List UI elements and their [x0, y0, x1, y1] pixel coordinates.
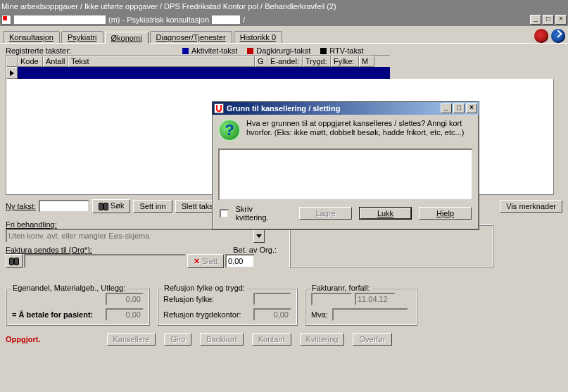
dialog-titlebar[interactable]: Grunn til kansellering / sletting _ □ ×	[213, 102, 479, 115]
takster-grid-header: Kode Antall Tekst G E-andel: Trygd: Fylk…	[6, 55, 390, 67]
kvittering-button: Kvittering	[300, 333, 345, 346]
col-eandel[interactable]: E-andel:	[267, 56, 303, 67]
tabs: Konsultasjon Psykiatri Økonomi Diagnoser…	[0, 26, 568, 43]
overfor-button: Overfør	[353, 333, 391, 346]
dialog-app-icon	[214, 103, 224, 113]
dialog-reason-input[interactable]	[218, 148, 473, 201]
skriv-kvittering-checkbox[interactable]	[220, 209, 229, 218]
window-title: (m) - Psykiatrisk konsultasjon	[108, 13, 209, 26]
maximize-button[interactable]: □	[543, 15, 554, 25]
sett-inn-button[interactable]: Sett inn	[133, 200, 172, 213]
bankkort-button: Bankkort	[200, 333, 243, 346]
app-icon	[1, 15, 11, 25]
legend-aktivitet-color	[182, 48, 189, 54]
binoculars-icon	[99, 201, 108, 211]
fri-behandling-field[interactable]	[6, 229, 253, 243]
dialog-minimize-button[interactable]: _	[441, 103, 452, 113]
legend-dagkirurgi: Dagkirurgi-takst	[256, 46, 310, 55]
tab-psykiatri[interactable]: Psykiatri	[61, 31, 103, 43]
takster-label: Registrerte takster:	[6, 46, 71, 55]
col-fylke[interactable]: Fylke:	[331, 56, 359, 67]
binoculars-icon	[9, 256, 19, 266]
betale-label: = Å betale for pasient:	[12, 310, 93, 319]
refusjon-trygd-value	[253, 308, 291, 321]
ny-takst-label: Ny takst:	[6, 202, 36, 210]
betale-value	[106, 308, 144, 321]
giro-button: Giro	[164, 333, 191, 346]
faktura-field	[24, 254, 186, 268]
faktura-label: Faktura sendes til (Org*):	[6, 246, 92, 254]
question-icon: ?	[218, 119, 241, 141]
takster-grid-selected-row[interactable]	[6, 67, 390, 79]
col-kode[interactable]: Kode	[18, 56, 43, 67]
fri-behandling-label: Fri behandling:	[6, 220, 57, 229]
col-g[interactable]: G	[255, 56, 267, 67]
row-indicator-icon	[6, 67, 18, 79]
bet-av-org-field	[225, 254, 255, 268]
minimize-button[interactable]: _	[530, 15, 541, 25]
legend-aktivitet: Aktivitet-takst	[191, 46, 237, 55]
fakturanr-value	[311, 293, 352, 305]
refresh-icon[interactable]	[551, 29, 565, 43]
dialog-lagre-button: Lagre	[299, 207, 352, 220]
close-button[interactable]: ×	[555, 15, 567, 25]
kontant-button: Kontant	[252, 333, 291, 346]
col-tekst[interactable]: Tekst	[68, 56, 255, 67]
col-m[interactable]: M	[359, 56, 374, 67]
col-trygd[interactable]: Trygd:	[303, 56, 331, 67]
legend-rtv-color	[320, 48, 327, 54]
ny-takst-input[interactable]	[39, 200, 89, 213]
x-icon: ✕	[194, 257, 200, 265]
dialog-kansellering: Grunn til kansellering / sletting _ □ × …	[212, 101, 479, 230]
refusjon-fylke-value	[253, 293, 291, 305]
mva-label: Mva:	[311, 310, 328, 319]
bet-av-org-label: Bet. av Org.:	[233, 246, 277, 254]
faktura-slett-button: ✕Slett	[187, 254, 224, 268]
fakturanr-legend: Fakturanr, forfall:	[310, 284, 372, 292]
kansellere-button: Kansellere	[107, 333, 156, 346]
dialog-title-text: Grunn til kansellering / sletting	[227, 102, 340, 115]
vis-merknader-button[interactable]: Vis merknader	[500, 200, 562, 213]
egenandel-legend: Egenandel, Materialgeb., Utlegg:	[11, 284, 127, 292]
window-title-suffix: /	[243, 13, 245, 26]
legend-rtv: RTV-takst	[329, 46, 363, 55]
fri-behandling-dropdown-icon[interactable]	[253, 229, 265, 243]
refusjon-fylke-label: Refusjon fylke:	[163, 295, 214, 303]
redacted-block	[212, 15, 240, 24]
status-text: Oppgjort.	[6, 335, 41, 343]
tab-okonomi[interactable]: Økonomi	[105, 32, 149, 44]
egenandel-value	[106, 293, 144, 305]
dialog-close-button[interactable]: ×	[466, 103, 477, 113]
red-ball-icon[interactable]	[534, 29, 548, 43]
dialog-hjelp-button[interactable]: Hjelp	[419, 207, 472, 220]
mva-value	[332, 308, 408, 321]
faktura-lookup-button[interactable]	[6, 254, 23, 268]
sok-button[interactable]: Søk	[92, 199, 131, 213]
dialog-lukk-button[interactable]: Lukk	[359, 207, 412, 220]
refusjon-legend: Refusjon fylke og trygd:	[162, 284, 247, 292]
refusjon-trygd-label: Refusjon trygdekontor:	[163, 310, 241, 319]
window-titlebar: (m) - Psykiatrisk konsultasjon / _ □ ×	[0, 13, 568, 26]
tab-konsultasjon[interactable]: Konsultasjon	[3, 31, 60, 43]
dialog-maximize-button[interactable]: □	[453, 103, 465, 113]
dialog-message: Hva er grunnen til at oppgjøret kanselle…	[246, 119, 464, 141]
col-antall[interactable]: Antall	[43, 56, 68, 67]
redacted-block	[14, 15, 106, 24]
skriv-kvittering-label[interactable]: Skriv kvittering.	[236, 205, 286, 222]
forfall-date	[355, 293, 396, 305]
tab-diagnoser[interactable]: Diagnoser/Tjenester	[150, 31, 232, 43]
breadcrumb: Mine arbeidsoppgaver / Ikke utførte oppg…	[0, 0, 568, 13]
legend-dagkirurgi-color	[247, 48, 253, 54]
tab-historikk[interactable]: Historikk 0	[234, 31, 282, 43]
